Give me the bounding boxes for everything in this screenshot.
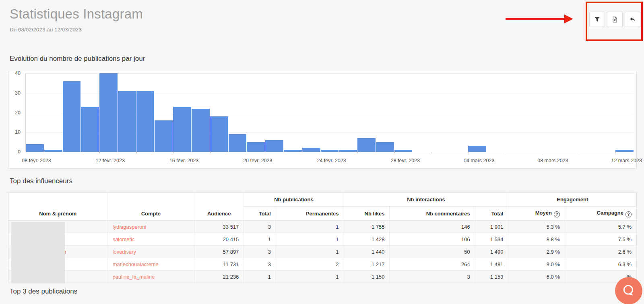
column-group-header: Engagement bbox=[508, 193, 637, 207]
audience-cell: 20 415 bbox=[194, 233, 244, 246]
engagement-moyen-cell: 6.0 % bbox=[508, 271, 565, 283]
likes-cell: 1 755 bbox=[344, 221, 390, 233]
pub-permanentes-cell: 1 bbox=[276, 221, 344, 233]
name-fragment: r bbox=[65, 249, 66, 255]
account-link[interactable]: pauline_la_maline bbox=[113, 274, 155, 280]
x-tick-mark bbox=[468, 152, 469, 153]
bar bbox=[229, 134, 247, 152]
x-axis-labels: 08 févr. 202312 févr. 202316 févr. 20232… bbox=[25, 158, 634, 165]
audience-cell: 57 897 bbox=[194, 246, 244, 258]
x-tick-label: 12 mars 2023 bbox=[611, 158, 642, 163]
pub-permanentes-cell: 2 bbox=[276, 258, 344, 271]
engagement-campagne-cell: 7.5 % bbox=[565, 233, 636, 246]
help-icon[interactable]: ? bbox=[554, 211, 560, 217]
x-tick-label: 08 févr. 2023 bbox=[22, 158, 51, 163]
commentaires-cell: 3 bbox=[390, 271, 475, 283]
y-tick-label: 0 bbox=[18, 149, 21, 155]
x-tick-mark bbox=[26, 152, 26, 153]
bar bbox=[81, 107, 99, 152]
bar bbox=[302, 148, 320, 152]
bar bbox=[210, 116, 228, 152]
commentaires-cell: 264 bbox=[390, 258, 475, 271]
interactions-total-cell: 1 153 bbox=[475, 271, 508, 283]
bar-series bbox=[26, 73, 634, 152]
column-header: Total bbox=[475, 207, 508, 221]
x-tick-mark bbox=[394, 152, 395, 153]
annotation-rectangle bbox=[586, 2, 643, 41]
x-tick-label: 20 févr. 2023 bbox=[243, 158, 272, 163]
column-header: Moyen? bbox=[508, 207, 565, 221]
x-tick-mark bbox=[136, 152, 137, 153]
engagement-moyen-cell: 9.0 % bbox=[508, 258, 565, 271]
audience-cell: 21 236 bbox=[194, 271, 244, 283]
bar bbox=[247, 142, 265, 152]
bar bbox=[192, 109, 210, 152]
y-tick-label: 30 bbox=[15, 90, 21, 96]
pub-total-cell: 1 bbox=[244, 271, 276, 283]
audience-cell: 33 517 bbox=[194, 221, 244, 233]
pub-permanentes-cell: 1 bbox=[276, 246, 344, 258]
x-tick-label: 08 mars 2023 bbox=[537, 158, 568, 163]
engagement-campagne-cell: 6.3 % bbox=[565, 258, 636, 271]
page-title: Statistiques Instagram bbox=[10, 6, 143, 22]
account-cell: pauline_la_maline bbox=[107, 271, 194, 283]
x-tick-mark bbox=[615, 152, 616, 153]
x-axis-line bbox=[26, 152, 634, 152]
influencer-row: salomeflc20 415111 4281061 5348.8 %7.5 % bbox=[8, 233, 637, 246]
column-group-header: Nb publications bbox=[244, 193, 344, 207]
x-tick-mark bbox=[542, 152, 542, 153]
x-tick-label: 24 févr. 2023 bbox=[317, 158, 346, 163]
influencer-row: lydiagasperoni33 517311 7551461 9015.3 %… bbox=[8, 221, 637, 233]
column-header-compte: Compte bbox=[107, 193, 194, 221]
x-tick-mark bbox=[173, 152, 173, 153]
interactions-total-cell: 1 901 bbox=[475, 221, 508, 233]
column-header: Nb commentaires bbox=[390, 207, 475, 221]
likes-cell: 1 440 bbox=[344, 246, 390, 258]
column-header: Nb likes bbox=[344, 207, 390, 221]
chat-widget-button[interactable] bbox=[615, 277, 642, 304]
bar bbox=[26, 144, 44, 152]
influencer-row: mariechoualacreme11 731321 2172641 4819.… bbox=[8, 258, 637, 271]
commentaires-cell: 106 bbox=[390, 233, 475, 246]
pub-total-cell: 1 bbox=[244, 233, 276, 246]
influencers-title: Top des influenceurs bbox=[10, 177, 72, 185]
column-header: Permanentes bbox=[276, 207, 344, 221]
chart-title: Evolution du nombre de publications par … bbox=[10, 55, 145, 63]
x-tick-label: 12 févr. 2023 bbox=[96, 158, 125, 163]
y-tick-label: 10 bbox=[15, 129, 21, 135]
bar bbox=[63, 81, 81, 152]
column-header: Total bbox=[244, 207, 276, 221]
pub-total-cell: 3 bbox=[244, 258, 276, 271]
x-tick-mark bbox=[210, 152, 211, 153]
likes-cell: 1 428 bbox=[344, 233, 390, 246]
bar bbox=[376, 142, 394, 152]
y-tick-label: 40 bbox=[15, 70, 21, 76]
likes-cell: 1 217 bbox=[344, 258, 390, 271]
account-cell: mariechoualacreme bbox=[107, 258, 194, 271]
chat-bubble-icon bbox=[621, 283, 636, 298]
bar bbox=[468, 146, 486, 152]
date-range: Du 08/02/2023 au 12/03/2023 bbox=[10, 27, 82, 33]
bar bbox=[99, 73, 118, 152]
column-header: Campagne? bbox=[565, 207, 636, 221]
column-group-header: Nb interactions bbox=[344, 193, 508, 207]
x-tick-mark bbox=[357, 152, 358, 153]
account-link[interactable]: lovedisary bbox=[113, 249, 136, 255]
publications-bar-chart: 010203040 08 févr. 202312 févr. 202316 f… bbox=[8, 71, 637, 169]
x-tick-mark bbox=[505, 152, 505, 153]
engagement-moyen-cell: 2.9 % bbox=[508, 246, 565, 258]
pub-permanentes-cell: 1 bbox=[276, 233, 344, 246]
account-cell: lydiagasperoni bbox=[107, 221, 194, 233]
pub-total-cell: 3 bbox=[244, 221, 276, 233]
account-link[interactable]: mariechoualacreme bbox=[113, 261, 159, 267]
interactions-total-cell: 1 490 bbox=[475, 246, 508, 258]
x-tick-mark bbox=[247, 152, 247, 153]
account-link[interactable]: lydiagasperoni bbox=[113, 224, 147, 230]
account-link[interactable]: salomeflc bbox=[113, 236, 135, 242]
x-tick-label: 04 mars 2023 bbox=[464, 158, 494, 163]
x-tick-mark bbox=[431, 152, 431, 153]
likes-cell: 1 150 bbox=[344, 271, 390, 283]
commentaires-cell: 146 bbox=[390, 221, 475, 233]
pub-permanentes-cell: 1 bbox=[276, 271, 344, 283]
help-icon[interactable]: ? bbox=[625, 211, 632, 217]
